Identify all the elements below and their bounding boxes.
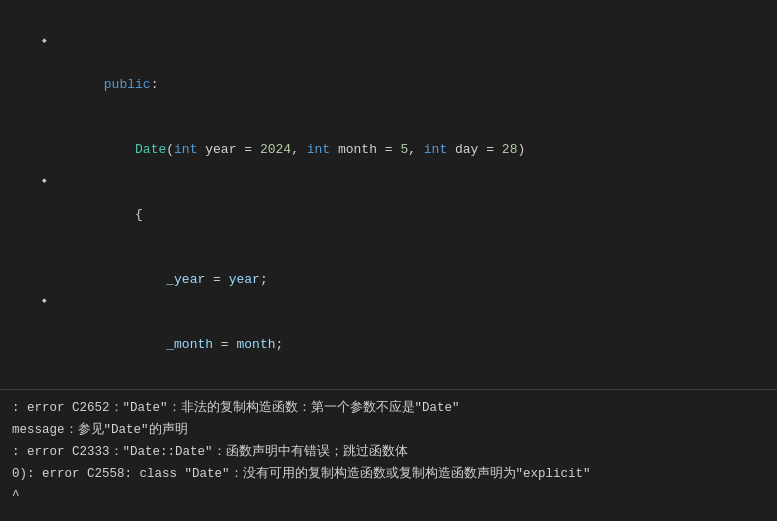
error-line-3: : error C2333："Date::Date"：函数声明中有错误；跳过函数… bbox=[12, 442, 765, 462]
code-line: Date(int year = 2024, int month = 5, int… bbox=[53, 120, 777, 140]
error-line-2: message：参见"Date"的声明 bbox=[12, 420, 765, 440]
code-line: public: bbox=[53, 55, 777, 75]
gutter-area: ⬥ ⬥ ⬥ bbox=[35, 0, 53, 389]
code-line: { bbox=[53, 185, 777, 205]
code-line: _month = month; bbox=[53, 315, 777, 335]
caret-line: ^ bbox=[12, 486, 765, 506]
code-lines[interactable]: public: Date(int year = 2024, int month … bbox=[53, 0, 777, 389]
line-numbers bbox=[0, 0, 35, 389]
code-editor[interactable]: ⬥ ⬥ ⬥ public: Date(int year = 2024, int … bbox=[0, 0, 777, 390]
error-line-1: : error C2652："Date"：非法的复制构造函数：第一个参数不应是"… bbox=[12, 398, 765, 418]
code-line: _year = year; bbox=[53, 250, 777, 270]
error-panel: : error C2652："Date"：非法的复制构造函数：第一个参数不应是"… bbox=[0, 390, 777, 521]
error-line-4: 0): error C2558: class "Date"：没有可用的复制构造函… bbox=[12, 464, 765, 484]
code-line: _day = day; bbox=[53, 380, 777, 389]
